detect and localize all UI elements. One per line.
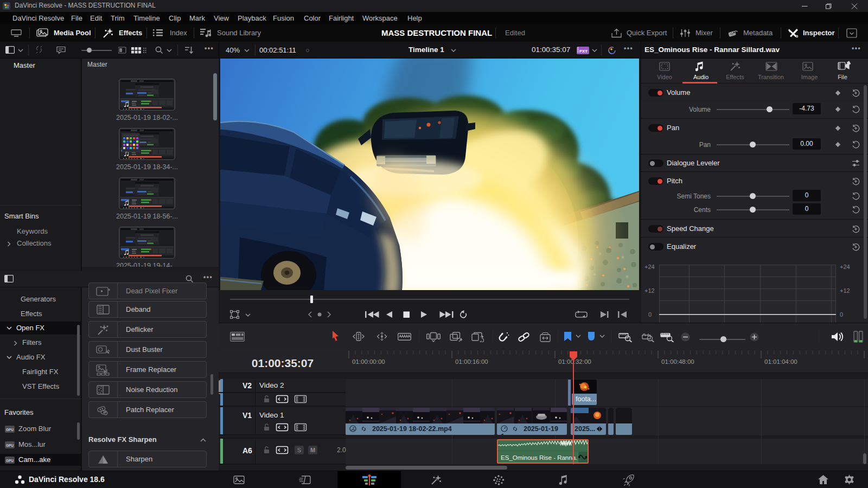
svg-text:GPU: GPU: [6, 444, 14, 447]
svg-text:GPU: GPU: [6, 459, 14, 463]
svg-text:GPU: GPU: [6, 428, 14, 432]
svg-text:PXY: PXY: [579, 49, 588, 54]
